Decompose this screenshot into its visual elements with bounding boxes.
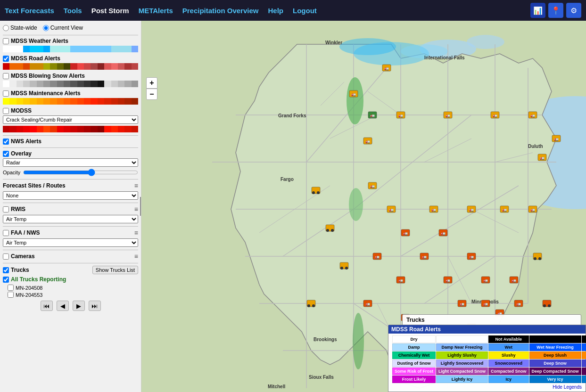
- opacity-slider[interactable]: [23, 169, 138, 176]
- svg-text:🚛: 🚛: [460, 302, 464, 306]
- truck-204553-checkbox[interactable]: [8, 292, 14, 298]
- road-alert-cell: Lightly Slushy: [436, 351, 488, 359]
- location-icon: 📍: [551, 6, 561, 15]
- zoom-controls: + −: [146, 77, 157, 100]
- svg-point-35: [349, 188, 363, 221]
- svg-point-129: [326, 229, 329, 232]
- overlay-section: Overlay Radar Opacity: [3, 150, 138, 176]
- faa-nws-checkbox[interactable]: [3, 230, 9, 236]
- faa-nws-dropdown[interactable]: Air Temp: [3, 238, 138, 247]
- road-alert-cell: Deep Slush: [529, 351, 581, 359]
- road-alert-cell: [582, 368, 586, 375]
- nav-help[interactable]: Help: [268, 7, 283, 15]
- nav-post-storm[interactable]: Post Storm: [91, 7, 129, 15]
- top-navigation: Text Forecasts Tools Post Storm METAlert…: [0, 0, 586, 21]
- modss-strip: [3, 126, 138, 132]
- mdss-weather-checkbox[interactable]: [3, 38, 9, 44]
- nws-alerts-label: NWS Alerts: [11, 138, 41, 145]
- current-view-radio-label[interactable]: Current View: [43, 24, 83, 31]
- svg-point-133: [345, 267, 348, 270]
- all-trucks-checkbox[interactable]: [3, 277, 9, 283]
- cameras-checkbox[interactable]: [3, 253, 9, 260]
- svg-text:🚛: 🚛: [469, 254, 474, 259]
- mdss-road-label: MDSS Road Alerts: [11, 55, 60, 62]
- state-wide-radio-label[interactable]: State-wide: [3, 24, 37, 31]
- location-icon-button[interactable]: 📍: [548, 3, 563, 18]
- last-page-button[interactable]: ⏭: [89, 301, 101, 311]
- svg-text:Winkler: Winkler: [325, 40, 342, 45]
- road-alert-cell: Chemically Wet: [392, 351, 436, 359]
- road-alert-cell: Damp: [392, 343, 436, 351]
- nws-alerts-checkbox[interactable]: [3, 139, 9, 145]
- road-alert-cell: Lightly Icy: [436, 376, 488, 383]
- mdss-blowing-snow-checkbox[interactable]: [3, 73, 9, 79]
- rwis-list-icon[interactable]: ≡: [134, 205, 138, 213]
- trucks-checkbox[interactable]: [3, 267, 9, 273]
- rwis-section: RWIS ≡ Air Temp: [3, 205, 138, 223]
- overlay-dropdown[interactable]: Radar: [3, 158, 138, 167]
- nav-text-forecasts[interactable]: Text Forecasts: [5, 7, 54, 15]
- forecast-sites-list-icon[interactable]: ≡: [134, 182, 138, 189]
- state-wide-label: State-wide: [10, 24, 37, 31]
- svg-point-3: [467, 35, 504, 49]
- chart-icon-button[interactable]: 📊: [530, 3, 545, 18]
- road-alert-cell: Wet: [488, 343, 529, 351]
- modss-checkbox[interactable]: [3, 108, 9, 114]
- cameras-list-icon[interactable]: ≡: [134, 253, 138, 260]
- forecast-sites-section: Forecast Sites / Routes ≡ None: [3, 182, 138, 200]
- faa-nws-list-icon[interactable]: ≡: [134, 229, 138, 237]
- current-view-radio[interactable]: [43, 25, 49, 31]
- trucks-header: Trucks Show Trucks List: [3, 266, 138, 274]
- svg-text:🚛: 🚛: [351, 92, 356, 97]
- road-alerts-legend: MDSS Road Alerts DryNot AvailableDampDam…: [388, 325, 586, 392]
- svg-point-139: [538, 257, 541, 260]
- zoom-in-button[interactable]: +: [146, 77, 157, 89]
- nav-met-alerts[interactable]: METAlerts: [139, 7, 173, 15]
- nav-icons-group: 📊 📍 ⚙: [530, 3, 581, 18]
- overlay-checkbox[interactable]: [3, 151, 9, 157]
- forecast-sites-dropdown[interactable]: None: [3, 191, 138, 200]
- rwis-dropdown[interactable]: Air Temp: [3, 215, 138, 223]
- truck-204508-checkbox[interactable]: [8, 285, 14, 291]
- overlay-header: Overlay: [3, 150, 138, 157]
- list-item: MN-204553: [3, 292, 138, 298]
- prev-page-button[interactable]: ◀: [57, 301, 69, 311]
- nav-tools[interactable]: Tools: [64, 7, 82, 15]
- show-trucks-button[interactable]: Show Trucks List: [92, 266, 138, 274]
- rwis-checkbox[interactable]: [3, 206, 9, 212]
- first-page-button[interactable]: ⏮: [41, 301, 53, 311]
- nws-alerts-header: NWS Alerts: [3, 138, 138, 145]
- svg-text:🚛: 🚛: [516, 302, 521, 306]
- road-alert-cell: Snowcovered: [488, 359, 529, 367]
- next-page-button[interactable]: ▶: [73, 301, 85, 311]
- svg-point-136: [312, 304, 315, 307]
- road-alert-cell: Slushy: [488, 351, 529, 359]
- state-wide-radio[interactable]: [3, 25, 9, 31]
- modss-dropdown[interactable]: Crack Sealing/Crumb Repair: [3, 115, 138, 124]
- trucks-header-label[interactable]: Trucks: [3, 267, 29, 273]
- mdss-maintenance-checkbox[interactable]: [3, 90, 9, 97]
- trucks-section: Trucks Show Trucks List All Trucks Repor…: [3, 266, 138, 298]
- svg-text:🚛: 🚛: [483, 302, 488, 306]
- mdss-road-checkbox[interactable]: [3, 56, 9, 62]
- nav-logout[interactable]: Logout: [293, 7, 317, 15]
- sidebar-pagination: ⏮ ◀ ▶ ⏭: [3, 301, 138, 311]
- svg-text:Brookings: Brookings: [314, 337, 337, 342]
- road-alert-cell: Lightly Snowcovered: [436, 359, 488, 367]
- svg-point-130: [331, 229, 334, 232]
- svg-text:🚛: 🚛: [441, 231, 446, 236]
- faa-nws-header: FAA / NWS: [3, 229, 40, 236]
- svg-text:🚛: 🚛: [469, 207, 474, 212]
- nav-precipitation-overview[interactable]: Precipitation Overview: [182, 7, 259, 15]
- settings-icon-button[interactable]: ⚙: [566, 3, 581, 18]
- svg-text:🚛: 🚛: [483, 278, 488, 283]
- road-alert-cell: [582, 376, 586, 383]
- map-container[interactable]: International Falls Thunder Bay Grand Fo…: [141, 21, 586, 392]
- rwis-dropdown-row: Air Temp: [3, 215, 138, 223]
- road-alert-cell: Icy: [488, 376, 529, 383]
- rwis-row: RWIS ≡: [3, 205, 138, 213]
- zoom-out-button[interactable]: −: [146, 89, 157, 100]
- svg-text:🚛: 🚛: [493, 113, 497, 118]
- svg-text:🚛: 🚛: [431, 207, 436, 212]
- hide-legends-button[interactable]: Hide Legends: [392, 384, 582, 390]
